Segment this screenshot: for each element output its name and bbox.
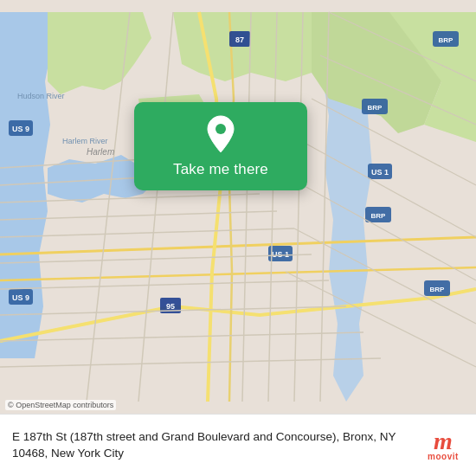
svg-text:US 9: US 9 bbox=[12, 125, 29, 133]
svg-text:US 1: US 1 bbox=[272, 250, 289, 259]
osm-attribution: © OpenStreetMap contributors bbox=[5, 400, 116, 410]
card-overlay: Take me there bbox=[134, 102, 307, 190]
moovit-logo: m moovit bbox=[421, 429, 466, 461]
address-text: E 187th St (187th street and Grand Boule… bbox=[12, 429, 421, 462]
svg-text:BRP: BRP bbox=[371, 212, 387, 220]
svg-text:Harlem: Harlem bbox=[87, 147, 114, 157]
svg-text:BRP: BRP bbox=[430, 286, 446, 293]
svg-text:87: 87 bbox=[235, 35, 244, 44]
svg-text:US 1: US 1 bbox=[371, 168, 389, 177]
svg-text:Hudson River: Hudson River bbox=[17, 92, 65, 100]
app: US 9 US 9 87 US 1 US 1 BRP BRP BRP BRP 9… bbox=[0, 0, 476, 476]
svg-text:95: 95 bbox=[166, 302, 175, 311]
map-background: US 9 US 9 87 US 1 US 1 BRP BRP BRP BRP 9… bbox=[0, 0, 476, 414]
map-container: US 9 US 9 87 US 1 US 1 BRP BRP BRP BRP 9… bbox=[0, 0, 476, 414]
moovit-brand-text: moovit bbox=[428, 452, 459, 461]
svg-point-47 bbox=[215, 124, 226, 134]
svg-text:Harlem River: Harlem River bbox=[62, 137, 108, 145]
location-pin-icon bbox=[204, 114, 237, 154]
svg-text:US 9: US 9 bbox=[12, 293, 29, 302]
svg-text:BRP: BRP bbox=[368, 104, 383, 112]
moovit-m-letter: m bbox=[434, 429, 453, 453]
info-bar: E 187th St (187th street and Grand Boule… bbox=[0, 414, 476, 476]
take-me-there-button[interactable]: Take me there bbox=[173, 161, 268, 178]
svg-text:BRP: BRP bbox=[439, 36, 454, 44]
